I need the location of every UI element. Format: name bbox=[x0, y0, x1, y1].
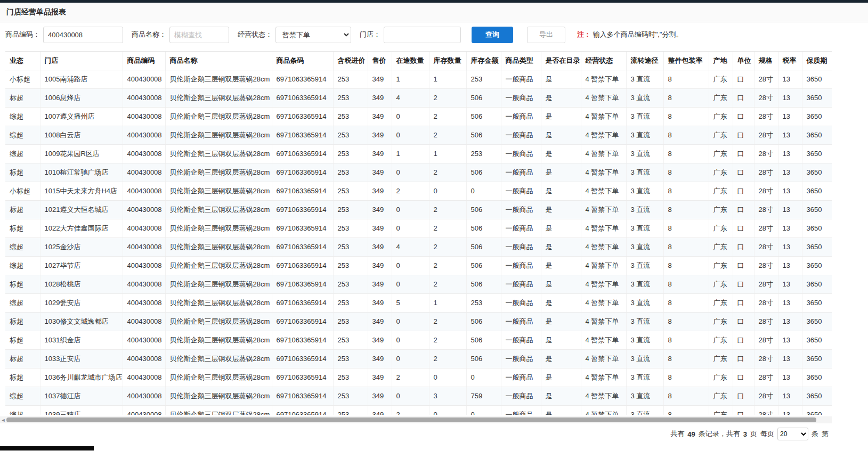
table-cell: 贝伦斯企鹅三层钢双层蒸锅28cm bbox=[165, 275, 272, 293]
table-cell: 6971063365914 bbox=[272, 331, 333, 349]
table-cell: 2 bbox=[429, 256, 466, 275]
scroll-left-arrow-icon[interactable]: ◄ bbox=[0, 416, 6, 423]
table-cell: 广东 bbox=[709, 256, 733, 275]
per-page-select[interactable]: 20 bbox=[777, 428, 808, 440]
table-cell: 贝伦斯企鹅三层钢双层蒸锅28cm bbox=[165, 331, 272, 349]
page-prefix: 第 bbox=[822, 429, 829, 439]
table-cell: 是 bbox=[541, 368, 581, 387]
table-cell: 3 直流 bbox=[626, 88, 663, 107]
table-cell: 1027毕节店 bbox=[40, 256, 123, 275]
column-header: 业态 bbox=[5, 52, 40, 70]
table-cell: 28寸 bbox=[754, 405, 778, 415]
table-cell: 400430008 bbox=[123, 349, 165, 368]
table-cell: 506 bbox=[466, 331, 501, 349]
table-cell: 13 bbox=[778, 70, 802, 88]
table-cell: 8 bbox=[663, 182, 709, 200]
table-cell: 349 bbox=[368, 331, 392, 349]
table-cell: 1 bbox=[429, 144, 466, 163]
table-cell: 506 bbox=[466, 275, 501, 293]
table-cell: 8 bbox=[663, 256, 709, 275]
table-cell: 4 暂禁下单 bbox=[581, 293, 626, 312]
table-cell: 4 暂禁下单 bbox=[581, 126, 626, 144]
table-cell: 5 bbox=[392, 293, 429, 312]
table-cell: 13 bbox=[778, 293, 802, 312]
table-cell: 4 暂禁下单 bbox=[581, 349, 626, 368]
table-cell: 4 暂禁下单 bbox=[581, 405, 626, 415]
table-cell: 综超 bbox=[5, 256, 40, 275]
table-cell: 4 bbox=[392, 88, 429, 107]
export-button[interactable]: 导出 bbox=[527, 27, 565, 43]
table-cell: 28寸 bbox=[754, 182, 778, 200]
table-cell: 1015中天未来方舟H4店 bbox=[40, 182, 123, 200]
table-cell: 广东 bbox=[709, 293, 733, 312]
table-cell: 贝伦斯企鹅三层钢双层蒸锅28cm bbox=[165, 200, 272, 219]
table-cell: 8 bbox=[663, 275, 709, 293]
table-cell: 广东 bbox=[709, 331, 733, 349]
table-cell: 506 bbox=[466, 88, 501, 107]
table-cell: 349 bbox=[368, 107, 392, 126]
table-cell: 13 bbox=[778, 88, 802, 107]
table-cell: 506 bbox=[466, 107, 501, 126]
table-cell: 13 bbox=[778, 387, 802, 405]
table-row: 标超1036务川麒龙城市广场店400430008贝伦斯企鹅三层钢双层蒸锅28cm… bbox=[5, 368, 832, 387]
table-cell: 3 直流 bbox=[626, 126, 663, 144]
table-cell: 3650 bbox=[802, 331, 832, 349]
scrollbar-thumb[interactable] bbox=[6, 417, 816, 422]
table-cell: 13 bbox=[778, 368, 802, 387]
table-cell: 6971063365914 bbox=[272, 219, 333, 237]
product-name-input[interactable] bbox=[169, 27, 229, 43]
table-cell: 一般商品 bbox=[501, 256, 541, 275]
table-cell: 口 bbox=[733, 256, 754, 275]
table-cell: 广东 bbox=[709, 405, 733, 415]
table-cell: 253 bbox=[333, 275, 368, 293]
column-header: 库存数量 bbox=[429, 52, 466, 70]
table-cell: 349 bbox=[368, 182, 392, 200]
table-cell: 3650 bbox=[802, 275, 832, 293]
table-cell: 广东 bbox=[709, 349, 733, 368]
table-cell: 6971063365914 bbox=[272, 88, 333, 107]
table-row: 综超1037德江店400430008贝伦斯企鹅三层钢双层蒸锅28cm697106… bbox=[5, 387, 832, 405]
table-cell: 口 bbox=[733, 219, 754, 237]
horizontal-scrollbar[interactable]: ◄ bbox=[0, 416, 832, 423]
table-cell: 506 bbox=[466, 256, 501, 275]
table-cell: 贝伦斯企鹅三层钢双层蒸锅28cm bbox=[165, 387, 272, 405]
table-cell: 253 bbox=[333, 144, 368, 163]
product-code-filter: 商品编码： bbox=[5, 27, 123, 43]
table-cell: 400430008 bbox=[123, 70, 165, 88]
table-cell: 28寸 bbox=[754, 293, 778, 312]
table-cell: 506 bbox=[466, 237, 501, 256]
table-cell: 253 bbox=[333, 200, 368, 219]
column-header: 库存金额 bbox=[466, 52, 501, 70]
table-cell: 3 直流 bbox=[626, 237, 663, 256]
table-cell: 400430008 bbox=[123, 107, 165, 126]
table-cell: 3 直流 bbox=[626, 70, 663, 88]
table-cell: 8 bbox=[663, 331, 709, 349]
table-row: 标超1006息烽店400430008贝伦斯企鹅三层钢双层蒸锅28cm697106… bbox=[5, 88, 832, 107]
product-code-input[interactable] bbox=[43, 27, 123, 43]
product-code-label: 商品编码： bbox=[5, 30, 40, 39]
table-cell: 是 bbox=[541, 163, 581, 182]
table-cell: 253 bbox=[333, 368, 368, 387]
status-select[interactable]: 暂禁下单 bbox=[275, 27, 351, 43]
table-cell: 一般商品 bbox=[501, 107, 541, 126]
table-cell: 4 暂禁下单 bbox=[581, 331, 626, 349]
table-cell: 3 直流 bbox=[626, 144, 663, 163]
table-cell: 一般商品 bbox=[501, 144, 541, 163]
store-input[interactable] bbox=[384, 27, 461, 43]
table-cell: 3650 bbox=[802, 163, 832, 182]
table-cell: 6971063365914 bbox=[272, 126, 333, 144]
table-cell: 28寸 bbox=[754, 387, 778, 405]
table-row: 标超1033正安店400430008贝伦斯企鹅三层钢双层蒸锅28cm697106… bbox=[5, 349, 832, 368]
table-cell: 一般商品 bbox=[501, 200, 541, 219]
table-cell: 349 bbox=[368, 200, 392, 219]
table-cell: 400430008 bbox=[123, 256, 165, 275]
table-cell: 0 bbox=[466, 182, 501, 200]
query-button[interactable]: 查询 bbox=[472, 27, 513, 43]
total-records: 49 bbox=[687, 430, 695, 438]
table-cell: 506 bbox=[466, 349, 501, 368]
table-cell: 一般商品 bbox=[501, 349, 541, 368]
table-cell: 759 bbox=[466, 387, 501, 405]
table-cell: 28寸 bbox=[754, 163, 778, 182]
table-cell: 标超 bbox=[5, 219, 40, 237]
table-cell: 3 直流 bbox=[626, 405, 663, 415]
